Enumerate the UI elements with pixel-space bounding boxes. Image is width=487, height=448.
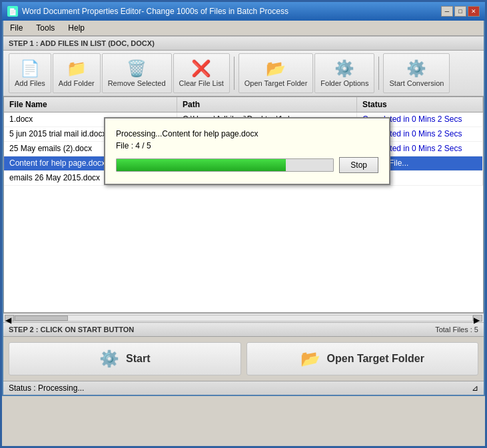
open-target-folder-button[interactable]: 📂 Open Target Folder: [239, 53, 314, 93]
menu-bar: File Tools Help: [3, 21, 484, 36]
toolbar-separator: [234, 57, 235, 90]
bottom-toolbar: ⚙️ Start 📂 Open Target Folder: [3, 337, 484, 381]
window-title: Word Document Properties Editor- Change …: [22, 7, 288, 16]
open-target-button[interactable]: 📂 Open Target Folder: [246, 342, 479, 375]
menu-tools[interactable]: Tools: [32, 22, 59, 34]
file-list-header: File Name Path Status: [4, 97, 483, 112]
remove-selected-button[interactable]: 🗑️ Remove Selected: [102, 53, 172, 93]
step1-header: STEP 1 : ADD FILES IN LIST (DOC, DOCX): [3, 36, 484, 51]
remove-selected-icon: 🗑️: [127, 59, 147, 78]
menu-help[interactable]: Help: [64, 22, 89, 34]
status-text: Status : Processing...: [9, 383, 84, 393]
add-folder-icon: 📁: [67, 59, 87, 78]
start-conversion-button[interactable]: ⚙️ Start Conversion: [383, 53, 450, 93]
start-label: Start: [126, 353, 150, 365]
title-bar-left: 📄 Word Document Properties Editor- Chang…: [7, 6, 288, 17]
menu-file[interactable]: File: [6, 22, 27, 34]
horizontal-scrollbar[interactable]: ◀ ▶: [3, 313, 484, 322]
progress-line1: Processing...Content for help page.docx: [116, 129, 378, 138]
clear-file-list-button[interactable]: ❌ Clear File List: [173, 53, 230, 93]
window-content: File Tools Help STEP 1 : ADD FILES IN LI…: [2, 21, 485, 396]
add-folder-button[interactable]: 📁 Add Folder: [53, 53, 101, 93]
add-files-icon: 📄: [20, 59, 40, 78]
step2-header: STEP 2 : CLICK ON START BUTTON Total Fil…: [3, 322, 484, 337]
stop-button[interactable]: Stop: [339, 157, 378, 173]
col-filename: File Name: [4, 97, 177, 112]
scroll-left-btn[interactable]: ◀: [5, 315, 14, 322]
app-icon: 📄: [7, 6, 18, 17]
file-list-container: File Name Path Status 1.docxC:\Users\Adh…: [3, 97, 484, 313]
close-button[interactable]: ✕: [468, 6, 480, 17]
title-bar: 📄 Word Document Properties Editor- Chang…: [2, 2, 485, 21]
scroll-right-btn[interactable]: ▶: [473, 315, 482, 322]
total-files: Total Files : 5: [435, 326, 478, 334]
clear-icon: ❌: [191, 59, 211, 78]
progress-bar-fill: [117, 159, 286, 171]
step2-label: STEP 2 : CLICK ON START BUTTON: [9, 326, 134, 334]
progress-bar-container: Stop: [116, 157, 378, 173]
col-path: Path: [177, 97, 357, 112]
start-icon: ⚙️: [99, 349, 119, 368]
minimize-button[interactable]: ─: [441, 6, 453, 17]
open-target-icon: 📂: [300, 349, 320, 368]
col-status: Status: [357, 97, 483, 112]
progress-bar-background: [116, 158, 334, 172]
start-button[interactable]: ⚙️ Start: [9, 342, 241, 375]
folder-options-button[interactable]: ⚙️ Folder Options: [314, 53, 374, 93]
application-window: 📄 Word Document Properties Editor- Chang…: [0, 0, 487, 448]
status-bar: Status : Processing... ⊿: [3, 381, 484, 395]
window-controls: ─ □ ✕: [441, 6, 480, 17]
add-files-button[interactable]: 📄 Add Files: [9, 53, 51, 93]
toolbar: 📄 Add Files 📁 Add Folder 🗑️ Remove Selec…: [3, 51, 484, 97]
resize-grip: ⊿: [472, 383, 478, 393]
open-target-label: Open Target Folder: [327, 353, 424, 365]
progress-line2: File : 4 / 5: [116, 141, 378, 150]
toolbar-separator-2: [378, 57, 379, 90]
folder-options-icon: ⚙️: [334, 59, 354, 78]
progress-dialog: Processing...Content for help page.docx …: [104, 117, 390, 185]
scroll-track: [14, 315, 473, 322]
maximize-button[interactable]: □: [454, 6, 466, 17]
start-conversion-icon: ⚙️: [406, 59, 426, 78]
open-folder-icon: 📂: [266, 59, 286, 78]
scroll-thumb[interactable]: [15, 316, 68, 321]
